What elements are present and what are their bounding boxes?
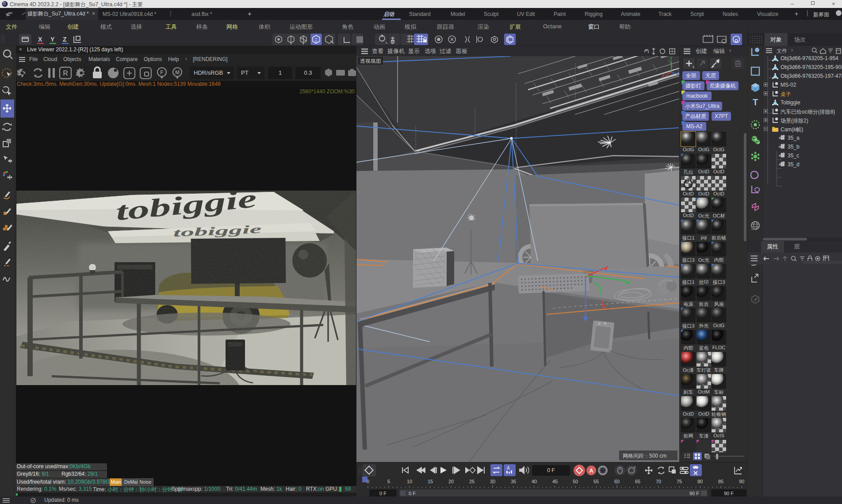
svg-text:65: 65 xyxy=(635,479,640,484)
svg-text:R: R xyxy=(63,69,68,77)
svg-text:Z: Z xyxy=(63,36,67,43)
svg-text:85: 85 xyxy=(718,479,723,484)
svg-text:M: M xyxy=(175,69,180,76)
svg-text:透视视图: 透视视图 xyxy=(360,58,381,64)
svg-text:25: 25 xyxy=(469,479,475,484)
svg-text:70: 70 xyxy=(656,479,661,484)
svg-text:Y: Y xyxy=(670,56,673,61)
svg-text:55: 55 xyxy=(593,479,599,484)
svg-text:35: 35 xyxy=(511,479,516,484)
svg-text:T: T xyxy=(753,97,758,107)
svg-text:X: X xyxy=(662,73,665,78)
svg-text:15: 15 xyxy=(428,479,433,484)
svg-text:网格间距：500 cm: 网格间距：500 cm xyxy=(623,453,666,459)
svg-text:90 F: 90 F xyxy=(724,491,734,496)
svg-text:75: 75 xyxy=(677,479,682,484)
svg-text:0 F: 0 F xyxy=(379,491,387,496)
svg-text:40: 40 xyxy=(532,479,537,484)
svg-text:90 F: 90 F xyxy=(689,491,699,496)
svg-text:Y: Y xyxy=(50,36,55,43)
svg-text:50: 50 xyxy=(573,479,578,484)
svg-text:0: 0 xyxy=(367,479,369,484)
svg-text:20: 20 xyxy=(448,479,454,484)
svg-text:45: 45 xyxy=(552,479,558,484)
svg-text:80: 80 xyxy=(697,479,703,484)
svg-text:A: A xyxy=(589,468,593,474)
svg-text:X: X xyxy=(38,36,42,43)
svg-text:A: A xyxy=(507,466,510,470)
svg-text:F: F xyxy=(160,69,163,76)
svg-text:0 F: 0 F xyxy=(547,467,555,473)
svg-text:90: 90 xyxy=(739,479,744,484)
svg-text:10: 10 xyxy=(407,479,412,484)
svg-text:ST: ST xyxy=(751,227,756,230)
svg-text:5: 5 xyxy=(387,479,390,484)
svg-text:0 F: 0 F xyxy=(409,491,416,496)
